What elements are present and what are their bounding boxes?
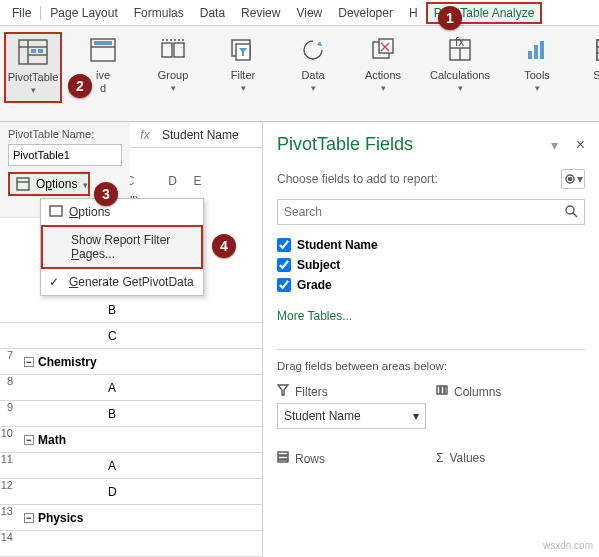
tab-review[interactable]: Review [233, 2, 288, 24]
calculations-button[interactable]: fx Calculations ▾ [424, 32, 496, 93]
row-number[interactable]: 7 [0, 349, 16, 361]
cell-value[interactable]: B [18, 303, 168, 317]
pivottable-button[interactable]: PivotTable ▾ [4, 32, 62, 103]
step-badge-2: 2 [68, 74, 92, 98]
spreadsheet-cells[interactable]: B C 7−Chemistry 8A 9B 10−Math 11A 12D 13… [0, 297, 262, 557]
tab-developer[interactable]: Developer [330, 2, 401, 24]
field-grade[interactable]: Grade [277, 275, 585, 295]
close-icon[interactable]: × [576, 136, 585, 154]
collapse-icon[interactable]: − [24, 435, 34, 445]
svg-rect-36 [278, 452, 288, 455]
chevron-down-icon: ▾ [458, 83, 463, 93]
tab-page-layout[interactable]: Page Layout [42, 2, 125, 24]
watermark: wsxdn.com [543, 540, 593, 551]
cell-math[interactable]: −Math [18, 433, 168, 447]
cell-value[interactable]: D [18, 485, 168, 499]
search-input[interactable] [284, 205, 564, 219]
options-dropdown: Options Show Report Filter Pages... ✓ Ge… [40, 198, 204, 296]
collapse-icon[interactable]: − [24, 513, 34, 523]
tab-formulas[interactable]: Formulas [126, 2, 192, 24]
row-number[interactable]: 11 [0, 453, 16, 465]
row-number[interactable]: 13 [0, 505, 16, 517]
calculations-icon: fx [444, 34, 476, 66]
pivottable-icon [17, 36, 49, 68]
collapse-icon[interactable]: − [24, 357, 34, 367]
refresh-icon [297, 34, 329, 66]
field-subject[interactable]: Subject [277, 255, 585, 275]
chevron-down-icon: ▾ [83, 180, 88, 190]
menu-item-generate-getpivotdata[interactable]: ✓ Generate GetPivotData [41, 269, 203, 295]
row-number[interactable]: 10 [0, 427, 16, 439]
field-checkbox[interactable] [277, 238, 291, 252]
field-checkbox[interactable] [277, 258, 291, 272]
chevron-down-icon: ▾ [171, 83, 176, 93]
cell-value[interactable]: A [18, 381, 168, 395]
group-button[interactable]: Group ▾ [144, 32, 202, 93]
step-badge-3: 3 [94, 182, 118, 206]
formula-value[interactable]: Student Name [156, 128, 239, 142]
fields-search[interactable] [277, 199, 585, 225]
cell-value[interactable]: C [18, 329, 168, 343]
field-list: Student Name Subject Grade [277, 235, 585, 295]
tools-button[interactable]: Tools ▾ [508, 32, 566, 93]
row-number[interactable]: 9 [0, 401, 16, 413]
menu-item-show-report-filter-pages[interactable]: Show Report Filter Pages... [41, 225, 203, 269]
svg-text:fx: fx [455, 37, 464, 49]
tab-file[interactable]: File [4, 2, 39, 24]
menu-options-label: Options [69, 205, 110, 219]
options-icon [16, 177, 30, 191]
options-button[interactable]: Options ▾ [8, 172, 90, 196]
svg-rect-5 [38, 49, 43, 53]
pivottable-name-label: PivotTable Name: [8, 128, 122, 140]
data-label: Data [301, 69, 324, 82]
tab-data[interactable]: Data [192, 2, 233, 24]
col-e[interactable]: E [185, 174, 210, 194]
ribbon-tabs: File Page Layout Formulas Data Review Vi… [0, 0, 599, 26]
more-tables-link[interactable]: More Tables... [277, 309, 585, 323]
gear-icon[interactable]: ▾ [561, 169, 585, 189]
svg-rect-38 [278, 460, 288, 462]
show-icon [591, 34, 599, 66]
tools-label: Tools [524, 69, 550, 82]
step-badge-4: 4 [212, 234, 236, 258]
svg-rect-10 [174, 43, 184, 57]
tab-view[interactable]: View [288, 2, 330, 24]
row-number[interactable]: 12 [0, 479, 16, 491]
actions-button[interactable]: Actions ▾ [354, 32, 412, 93]
cell-value[interactable]: B [18, 407, 168, 421]
row-number[interactable]: 8 [0, 375, 16, 387]
field-student-name[interactable]: Student Name [277, 235, 585, 255]
cell-chemistry[interactable]: −Chemistry [18, 355, 168, 369]
ribbon: PivotTable ▾ ive d Group ▾ Filter ▾ Data… [0, 26, 599, 122]
svg-rect-21 [540, 41, 544, 59]
chevron-down-icon[interactable]: ▾ [551, 137, 558, 153]
cell-value[interactable]: A [18, 459, 168, 473]
field-checkbox[interactable] [277, 278, 291, 292]
cell-physics[interactable]: −Physics [18, 511, 168, 525]
show-button[interactable]: Show ▾ [578, 32, 599, 93]
col-d[interactable]: D [160, 174, 185, 194]
fields-subtitle: Choose fields to add to report: [277, 172, 438, 186]
pivottable-name-input[interactable] [8, 144, 122, 166]
sigma-icon: Σ [436, 451, 443, 465]
area-filters-item[interactable]: Student Name▾ [277, 403, 426, 429]
row-number[interactable]: 14 [0, 531, 16, 543]
svg-rect-4 [31, 49, 36, 53]
filter-label: Filter [231, 69, 255, 82]
work-area: fx Student Name PivotTable Name: Options… [0, 122, 599, 557]
svg-rect-19 [528, 51, 532, 59]
check-icon: ✓ [49, 275, 59, 289]
tab-help[interactable]: H [401, 2, 426, 24]
filter-icon [277, 384, 289, 399]
svg-rect-28 [50, 206, 62, 216]
svg-rect-35 [445, 386, 447, 394]
filter-button[interactable]: Filter ▾ [214, 32, 272, 93]
data-button[interactable]: Data ▾ [284, 32, 342, 93]
fx-label[interactable]: fx [134, 128, 156, 142]
pivottable-label: PivotTable [8, 71, 59, 84]
menu-item-options[interactable]: Options [41, 199, 203, 225]
chart-icon [521, 34, 553, 66]
active-field-icon [87, 34, 119, 66]
rows-icon [277, 451, 289, 466]
actions-icon [367, 34, 399, 66]
